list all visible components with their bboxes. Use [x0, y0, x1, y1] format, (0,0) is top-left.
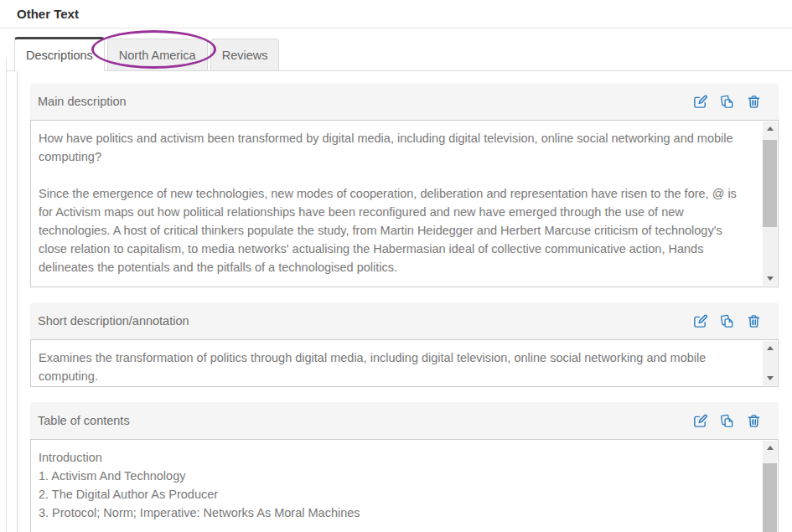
copy-icon[interactable] — [719, 313, 735, 329]
scroll-down-icon[interactable] — [763, 371, 777, 385]
scrollbar[interactable] — [763, 341, 777, 385]
short-description-textarea[interactable]: Examines the transformation of politics … — [30, 339, 779, 387]
main-description-textarea[interactable]: How have politics and activism been tran… — [30, 120, 779, 287]
panel-header: Short description/annotation — [30, 302, 779, 339]
panel-header: Table of contents — [30, 402, 779, 439]
scrollbar[interactable] — [763, 121, 777, 286]
copy-icon[interactable] — [719, 94, 735, 110]
panel-actions — [692, 413, 762, 429]
panel-table-of-contents: Table of contents — [30, 402, 779, 532]
edit-icon[interactable] — [692, 413, 708, 429]
table-of-contents-textarea[interactable]: Introduction 1. Activism And Technology … — [30, 439, 779, 532]
tab-descriptions[interactable]: Descriptions — [14, 37, 105, 71]
tab-north-america[interactable]: North America — [107, 39, 208, 71]
tab-content-pane: Main description — [17, 71, 792, 532]
panel-title: Main description — [38, 95, 692, 108]
scrollbar[interactable] — [763, 441, 777, 532]
scroll-down-icon[interactable] — [763, 271, 777, 286]
page-title: Other Text — [17, 7, 79, 21]
copy-icon[interactable] — [719, 413, 735, 429]
table-of-contents-text: Introduction 1. Activism And Technology … — [31, 440, 778, 530]
header-divider — [0, 28, 792, 28]
panel-main-description: Main description — [30, 83, 779, 287]
scroll-up-icon[interactable] — [763, 341, 777, 355]
panel-actions — [692, 94, 762, 110]
main-description-text: How have politics and activism been tran… — [31, 121, 778, 285]
panel-title: Table of contents — [38, 414, 692, 427]
scrollbar-thumb[interactable] — [763, 463, 777, 532]
scroll-up-icon[interactable] — [763, 121, 777, 136]
edit-icon[interactable] — [692, 94, 708, 110]
panel-header: Main description — [30, 83, 779, 120]
scrollbar-thumb[interactable] — [763, 140, 777, 227]
tab-bar: Descriptions North America Reviews — [14, 37, 282, 71]
trash-icon[interactable] — [746, 413, 762, 429]
panel-actions — [692, 313, 762, 329]
panel-title: Short description/annotation — [38, 314, 692, 328]
tab-reviews[interactable]: Reviews — [210, 39, 280, 71]
short-description-text: Examines the transformation of politics … — [31, 340, 778, 387]
scroll-up-icon[interactable] — [763, 441, 777, 455]
trash-icon[interactable] — [746, 94, 762, 110]
panel-short-description: Short description/annotation — [30, 302, 779, 387]
trash-icon[interactable] — [746, 313, 762, 329]
container-left-border — [6, 58, 7, 532]
edit-icon[interactable] — [692, 313, 708, 329]
